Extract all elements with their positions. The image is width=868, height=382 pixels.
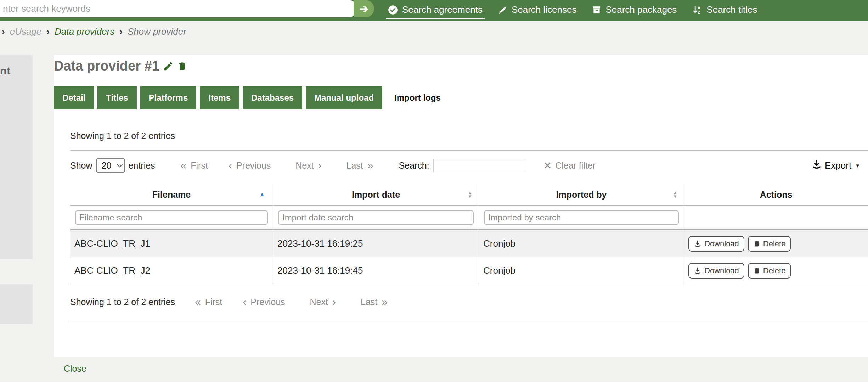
next-page-label: Next bbox=[310, 297, 328, 307]
top-search-bar: ➔ Search agreements Search licenses Sear… bbox=[0, 0, 868, 21]
topnav-search-packages[interactable]: Search packages bbox=[592, 0, 677, 21]
download-icon bbox=[694, 240, 701, 248]
column-header-imported-by[interactable]: Imported by ▲ ▼ bbox=[479, 184, 684, 205]
tab-databases[interactable]: Databases bbox=[243, 86, 302, 109]
entries-summary-bottom: Showing 1 to 2 of 2 entries bbox=[70, 297, 175, 307]
data-provider-panel: Data provider #1 Detail Titles Platforms… bbox=[54, 55, 868, 357]
next-page-button[interactable]: Next › bbox=[310, 297, 336, 307]
svg-text:A: A bbox=[698, 5, 701, 10]
next-page-button[interactable]: Next › bbox=[295, 160, 321, 171]
cell-actions: Download Delete bbox=[684, 257, 868, 284]
table-search-input[interactable] bbox=[433, 159, 526, 172]
clear-filter-label: Clear filter bbox=[555, 161, 596, 171]
cell-filename: ABC-CLIO_TR_J2 bbox=[70, 257, 273, 284]
table-controls: Show 20 entries « First ‹ Previous Next … bbox=[70, 158, 868, 173]
column-label: Imported by bbox=[556, 190, 607, 200]
breadcrumb-eusage[interactable]: eUsage bbox=[10, 26, 42, 37]
topnav-search-titles[interactable]: AZ Search titles bbox=[692, 0, 757, 21]
close-button[interactable]: Close bbox=[64, 364, 86, 374]
cell-import-date: 2023-10-31 16:19:45 bbox=[273, 257, 479, 284]
chevron-left-icon: ‹ bbox=[243, 297, 246, 307]
tab-detail[interactable]: Detail bbox=[54, 86, 94, 109]
entries-label: entries bbox=[129, 161, 155, 171]
sort-both-icon: ▲ ▼ bbox=[673, 191, 677, 198]
arrow-right-icon: ➔ bbox=[359, 2, 368, 15]
topnav-label: Search licenses bbox=[512, 4, 577, 15]
check-circle-icon bbox=[388, 5, 398, 15]
import-logs-table: Filename ▲ Import date ▲ ▼ Imported by ▲… bbox=[70, 184, 868, 284]
column-header-import-date[interactable]: Import date ▲ ▼ bbox=[273, 184, 479, 205]
download-button[interactable]: Download bbox=[688, 236, 744, 252]
column-label: Import date bbox=[352, 190, 400, 200]
chevron-right-icon: › bbox=[332, 297, 336, 307]
search-submit-button[interactable]: ➔ bbox=[354, 0, 374, 17]
clear-filter-button[interactable]: ✕ Clear filter bbox=[543, 160, 596, 172]
breadcrumb-data-providers[interactable]: Data providers bbox=[55, 26, 114, 37]
filename-filter-input[interactable] bbox=[75, 210, 268, 225]
first-page-label: First bbox=[205, 297, 222, 307]
column-label: Actions bbox=[760, 190, 793, 200]
first-page-button[interactable]: « First bbox=[181, 160, 208, 171]
show-label: Show bbox=[70, 161, 92, 171]
breadcrumb-chevron-icon: › bbox=[46, 26, 50, 37]
column-header-filename[interactable]: Filename ▲ bbox=[70, 184, 273, 205]
download-label: Download bbox=[704, 266, 739, 275]
chevron-left-icon: ‹ bbox=[229, 160, 232, 171]
trash-icon bbox=[753, 267, 760, 274]
tab-platforms[interactable]: Platforms bbox=[140, 86, 197, 109]
topnav-search-agreements[interactable]: Search agreements bbox=[388, 0, 483, 21]
search-input[interactable] bbox=[0, 0, 357, 17]
column-label: Filename bbox=[152, 190, 191, 200]
page-size-select[interactable]: 20 bbox=[96, 158, 125, 173]
sidebar-text-fragment: nt bbox=[0, 65, 33, 77]
import-date-filter-input[interactable] bbox=[278, 210, 474, 225]
imported-by-filter-input[interactable] bbox=[484, 210, 679, 225]
tab-import-logs[interactable]: Import logs bbox=[386, 86, 449, 109]
delete-provider-button[interactable] bbox=[177, 61, 187, 71]
tab-manual-upload[interactable]: Manual upload bbox=[306, 86, 382, 109]
next-page-label: Next bbox=[295, 161, 314, 171]
previous-page-button[interactable]: ‹ Previous bbox=[243, 297, 285, 307]
last-page-label: Last bbox=[346, 161, 363, 171]
tab-titles[interactable]: Titles bbox=[97, 86, 136, 109]
page-size-value: 20 bbox=[102, 161, 112, 171]
double-chevron-left-icon: « bbox=[195, 297, 201, 307]
chevron-down-icon bbox=[117, 162, 123, 168]
topnav-search-licenses[interactable]: Search licenses bbox=[498, 0, 577, 21]
last-page-button[interactable]: Last » bbox=[361, 297, 388, 307]
double-chevron-left-icon: « bbox=[181, 160, 187, 171]
pencil-icon bbox=[163, 61, 174, 72]
topnav-label: Search agreements bbox=[402, 4, 483, 15]
download-button[interactable]: Download bbox=[688, 263, 744, 279]
trash-icon bbox=[177, 61, 187, 71]
tab-items[interactable]: Items bbox=[200, 86, 239, 109]
sort-both-icon: ▲ ▼ bbox=[468, 191, 472, 198]
edit-provider-button[interactable] bbox=[163, 61, 174, 72]
delete-button[interactable]: Delete bbox=[748, 236, 791, 252]
export-label: Export bbox=[825, 160, 851, 171]
svg-text:Z: Z bbox=[698, 10, 700, 14]
last-page-button[interactable]: Last » bbox=[346, 160, 373, 171]
delete-label: Delete bbox=[763, 266, 786, 275]
delete-button[interactable]: Delete bbox=[748, 263, 791, 279]
divider bbox=[70, 321, 868, 321]
breadcrumb-chevron-icon: › bbox=[2, 26, 5, 37]
last-page-label: Last bbox=[361, 297, 377, 307]
sort-ascending-icon: ▲ bbox=[259, 191, 265, 198]
download-label: Download bbox=[704, 239, 739, 248]
top-navigation: Search agreements Search licenses Search… bbox=[388, 0, 757, 21]
delete-label: Delete bbox=[763, 239, 786, 248]
table-footer: Showing 1 to 2 of 2 entries « First ‹ Pr… bbox=[70, 297, 388, 307]
cell-imported-by: Cronjob bbox=[479, 257, 684, 284]
first-page-label: First bbox=[191, 161, 208, 171]
previous-page-button[interactable]: ‹ Previous bbox=[229, 160, 271, 171]
export-button[interactable]: Export ▼ bbox=[811, 159, 860, 172]
cell-imported-by: Cronjob bbox=[479, 230, 684, 257]
topnav-label: Search titles bbox=[706, 4, 757, 15]
sort-az-icon: AZ bbox=[692, 5, 702, 15]
package-icon bbox=[592, 5, 601, 15]
trash-icon bbox=[753, 240, 760, 247]
first-page-button[interactable]: « First bbox=[195, 297, 222, 307]
sidebar-panel-fragment bbox=[0, 284, 33, 324]
title-row: Data provider #1 bbox=[54, 58, 187, 74]
